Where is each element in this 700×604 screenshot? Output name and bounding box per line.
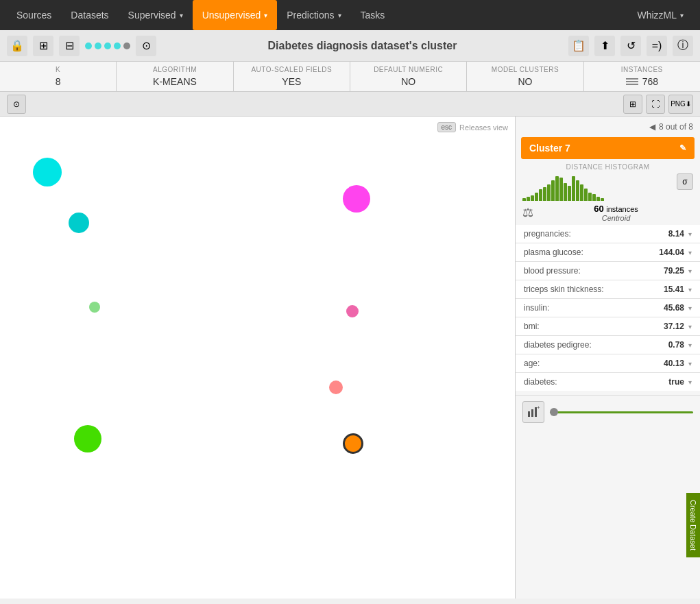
- top-navigation: Sources Datasets Supervised ▾ Unsupervis…: [0, 0, 700, 30]
- data-row-0[interactable]: pregnancies: 8.14 ▾: [516, 225, 700, 243]
- loading-dots: [85, 43, 130, 49]
- scale-icon: ⚖: [522, 205, 533, 220]
- data-row-7[interactable]: age: 40.13 ▾: [516, 354, 700, 372]
- histogram-meta: ⚖ 60 instances Centroid: [522, 204, 693, 222]
- histogram-bar: [543, 187, 546, 201]
- data-row-2[interactable]: blood pressure: 79.25 ▾: [516, 261, 700, 280]
- cluster-icon[interactable]: ⊞: [33, 36, 53, 56]
- row-expand-icon[interactable]: ▾: [688, 249, 692, 256]
- cluster-circle-c8[interactable]: [343, 433, 363, 454]
- row-label: age:: [524, 359, 664, 368]
- stat-default-numeric: DEFAULT NUMERIC NO: [350, 62, 467, 91]
- upload-icon[interactable]: ⬆: [594, 36, 615, 56]
- histogram-bar: [555, 176, 559, 201]
- data-row-1[interactable]: plasma glucose: 144.04 ▾: [516, 243, 700, 261]
- data-row-8[interactable]: diabetes: true ▾: [516, 372, 700, 391]
- action-buttons-right: ⊞ ⛶ PNG⬇: [623, 95, 693, 114]
- predictions-arrow: ▾: [338, 12, 341, 19]
- cluster-circle-c4[interactable]: [74, 425, 101, 452]
- data-row-6[interactable]: diabetes pedigree: 0.78 ▾: [516, 335, 700, 354]
- cluster-circle-c7[interactable]: [329, 380, 343, 394]
- nodes-icon[interactable]: ⊟: [59, 36, 80, 56]
- stat-k: K 8: [0, 62, 117, 91]
- svg-rect-0: [528, 411, 530, 417]
- history-btn[interactable]: ⊙: [7, 95, 26, 114]
- histogram-bars: [522, 173, 677, 201]
- page-title: Diabetes diagnosis dataset's cluster: [162, 40, 563, 52]
- row-label: diabetes pedigree:: [524, 340, 668, 350]
- histogram-bar: [531, 195, 534, 201]
- create-dataset-label[interactable]: Create Dataset: [686, 493, 700, 557]
- prev-cluster-btn[interactable]: ◀: [649, 122, 655, 132]
- whizzml-arrow: ▾: [680, 12, 684, 19]
- right-panel: ◀ 8 out of 8 Cluster 7 ✎ DISTANCE HISTOG…: [515, 117, 700, 599]
- png-btn[interactable]: PNG⬇: [668, 95, 693, 114]
- histogram-bar: [559, 178, 563, 201]
- nav-supervised[interactable]: Supervised ▾: [119, 0, 193, 30]
- svg-rect-1: [531, 409, 533, 417]
- row-label: triceps skin thickness:: [524, 285, 664, 294]
- spinner-icon: ⊙: [136, 36, 156, 56]
- data-rows-container: pregnancies: 8.14 ▾ plasma glucose: 144.…: [516, 225, 700, 391]
- nav-unsupervised[interactable]: Unsupervised ▾: [193, 0, 278, 30]
- refresh-icon[interactable]: ↺: [620, 36, 641, 56]
- canvas-area[interactable]: esc Releases view: [0, 117, 515, 599]
- histogram-bar: [576, 180, 579, 201]
- histogram-bar: [522, 198, 526, 201]
- histogram-bar: [539, 189, 542, 201]
- info-icon[interactable]: ⓘ: [673, 36, 693, 56]
- lock-icon[interactable]: 🔒: [7, 36, 27, 56]
- cluster-circle-c5[interactable]: [343, 185, 370, 213]
- histogram-bar: [564, 183, 567, 201]
- data-row-5[interactable]: bmi: 37.12 ▾: [516, 317, 700, 335]
- cluster-counter: 8 out of 8: [659, 122, 693, 132]
- row-expand-icon[interactable]: ▾: [688, 341, 692, 349]
- histogram-bar: [601, 198, 604, 201]
- histogram-bar: [547, 184, 551, 201]
- clipboard-icon[interactable]: 📋: [568, 36, 589, 56]
- row-value: 37.12: [664, 322, 684, 331]
- fullscreen-btn[interactable]: ⛶: [646, 95, 665, 114]
- cluster-circle-c2[interactable]: [69, 213, 89, 233]
- data-row-4[interactable]: insulin: 45.68 ▾: [516, 298, 700, 317]
- slider-track[interactable]: [550, 411, 693, 413]
- nav-sources[interactable]: Sources: [7, 0, 61, 30]
- stat-instances: INSTANCES 768: [584, 62, 700, 91]
- row-label: plasma glucose:: [524, 247, 659, 257]
- row-expand-icon[interactable]: ▾: [688, 360, 692, 367]
- histogram-bar: [551, 180, 555, 201]
- cluster-circle-c3[interactable]: [89, 302, 100, 313]
- histogram-bar: [580, 184, 583, 201]
- row-expand-icon[interactable]: ▾: [688, 286, 692, 293]
- nav-whizzml[interactable]: WhizzML ▾: [627, 0, 693, 30]
- main-content: esc Releases view ◀ 8 out of 8 Cluster 7…: [0, 117, 700, 599]
- row-expand-icon[interactable]: ▾: [688, 323, 692, 330]
- row-label: diabetes:: [524, 377, 668, 387]
- nav-predictions[interactable]: Predictions ▾: [277, 0, 350, 30]
- histogram-bar: [596, 197, 600, 201]
- action-bar: ⊙ ⊞ ⛶ PNG⬇: [0, 92, 700, 117]
- row-expand-icon[interactable]: ▾: [688, 378, 692, 386]
- edit-icon[interactable]: ✎: [679, 143, 686, 153]
- esc-hint: esc Releases view: [437, 122, 508, 132]
- svg-text:+: +: [537, 406, 540, 411]
- nav-datasets[interactable]: Datasets: [61, 0, 118, 30]
- row-value: 40.13: [664, 359, 684, 368]
- slider-thumb[interactable]: [550, 408, 558, 416]
- fit-view-btn[interactable]: ⊞: [623, 95, 642, 114]
- sigma-btn[interactable]: σ: [677, 173, 693, 190]
- data-row-3[interactable]: triceps skin thickness: 15.41 ▾: [516, 280, 700, 298]
- row-expand-icon[interactable]: ▾: [688, 267, 692, 275]
- row-label: pregnancies:: [524, 229, 668, 239]
- create-dataset-area: +: [516, 395, 700, 428]
- cluster-circle-c1[interactable]: [33, 158, 62, 186]
- create-dataset-btn[interactable]: +: [522, 401, 544, 423]
- row-value: 8.14: [668, 229, 684, 239]
- histogram-info: 60 instances Centroid: [539, 204, 693, 222]
- cluster-circle-c6[interactable]: [346, 305, 359, 317]
- stats-bar: K 8 ALGORITHM K-MEANS AUTO-SCALED FIELDS…: [0, 62, 700, 92]
- row-expand-icon[interactable]: ▾: [688, 230, 692, 238]
- row-expand-icon[interactable]: ▾: [688, 304, 692, 312]
- code-icon[interactable]: =): [647, 36, 667, 56]
- nav-tasks[interactable]: Tasks: [351, 0, 395, 30]
